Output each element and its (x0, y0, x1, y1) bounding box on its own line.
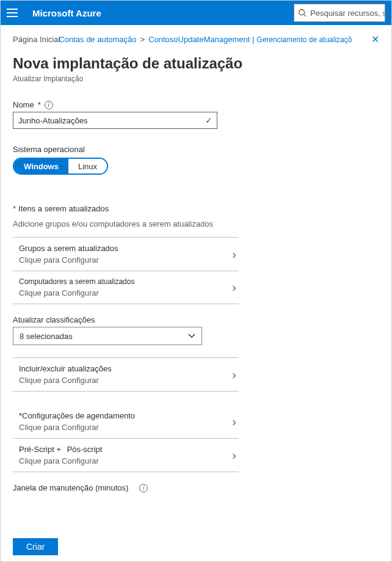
page-title: Nova implantação de atualização (13, 55, 379, 72)
computers-configure: Clique para Configurar (19, 288, 134, 297)
info-icon[interactable]: i (45, 101, 53, 109)
schedule-configure: Clique para Configurar (19, 423, 135, 432)
breadcrumb: Página Inicial Contas de automação > Con… (1, 25, 391, 49)
close-icon[interactable]: ✕ (371, 34, 379, 45)
breadcrumb-home[interactable]: Página Inicial (13, 35, 60, 44)
pre-script-label: Pré-Script + (19, 445, 61, 454)
computers-to-update-row[interactable]: Computadores a serem atualizados Clique … (13, 271, 239, 304)
schedule-title: *Configurações de agendamento (19, 411, 135, 420)
search-wrap: Pesquisar recursos, s (294, 4, 385, 22)
search-placeholder: Pesquisar recursos, s (310, 9, 385, 18)
os-label: Sistema operacional (13, 145, 379, 154)
create-button[interactable]: Criar (13, 538, 58, 555)
pre-post-script-row[interactable]: Pré-Script + Pós-script Clique para Conf… (13, 439, 239, 472)
chevron-right-icon: › (232, 247, 236, 261)
classifications-selected: 8 selecionadas (20, 332, 73, 341)
menu-icon[interactable] (7, 6, 20, 20)
post-script-label: Pós-script (67, 445, 103, 454)
script-title-row: Pré-Script + Pós-script (19, 445, 102, 454)
name-required: * (38, 100, 41, 109)
include-exclude-row[interactable]: Incluir/excluir atualizações Clique para… (13, 358, 239, 391)
maintenance-label: Janela de manutenção (minutos) (13, 483, 128, 492)
chevron-down-icon (188, 332, 195, 340)
items-subtext: Adicione grupos e/ou computadores a sere… (13, 219, 379, 228)
groups-title: Grupos a serem atualizados (19, 244, 118, 253)
bottom-bar: Criar (13, 538, 58, 555)
page-subtitle: Atualizar Implantação (13, 75, 379, 83)
items-header: *Itens a serem atualizados (13, 204, 379, 213)
os-linux-option[interactable]: Linux (68, 159, 107, 173)
divider (13, 304, 239, 304)
svg-line-1 (304, 15, 307, 17)
include-exclude-configure: Clique para Configurar (19, 376, 112, 385)
name-label: Nome (13, 100, 34, 109)
top-header: Microsoft Azure Pesquisar recursos, s (1, 1, 391, 25)
breadcrumb-contoso[interactable]: ContosoUpdateManagement | (148, 35, 254, 44)
maintenance-window-row: Janela de manutenção (minutos) i (13, 483, 379, 492)
info-icon[interactable]: i (139, 484, 148, 492)
scripts-configure: Clique para Configurar (19, 456, 102, 465)
name-input-wrap: ✓ (13, 112, 217, 129)
divider (13, 472, 239, 472)
items-header-text: Itens a serem atualizados (18, 204, 109, 213)
chevron-right-icon: › (232, 368, 236, 382)
groups-to-update-row[interactable]: Grupos a serem atualizados Clique para C… (13, 238, 239, 271)
name-input[interactable] (13, 112, 217, 129)
svg-point-0 (299, 10, 305, 15)
include-exclude-title: Incluir/excluir atualizações (19, 364, 112, 373)
breadcrumb-sep: > (140, 35, 145, 44)
main-content: Nova implantação de atualização Atualiza… (1, 55, 391, 492)
brand-label: Microsoft Azure (32, 8, 101, 18)
search-input[interactable]: Pesquisar recursos, s (294, 4, 385, 22)
breadcrumb-update-mgmt[interactable]: Gerenciamento de atualizaçõ (256, 35, 352, 44)
classifications-dropdown[interactable]: 8 selecionadas (13, 327, 202, 345)
classifications-label: Atualizar classificações (13, 315, 379, 324)
chevron-right-icon: › (232, 448, 236, 462)
check-icon: ✓ (205, 115, 212, 125)
breadcrumb-automation[interactable]: Contas de automação (59, 35, 136, 44)
search-icon (298, 9, 307, 17)
computers-title: Computadores a serem atualizados (19, 277, 134, 286)
name-label-row: Nome * i (13, 100, 379, 109)
chevron-right-icon: › (232, 280, 236, 294)
required-asterisk: * (13, 204, 16, 213)
os-windows-option[interactable]: Windows (14, 159, 68, 173)
os-toggle: Windows Linux (13, 158, 108, 175)
groups-configure: Clique para Configurar (19, 255, 118, 265)
chevron-right-icon: › (232, 415, 236, 429)
schedule-settings-row[interactable]: *Configurações de agendamento Clique par… (13, 405, 239, 438)
